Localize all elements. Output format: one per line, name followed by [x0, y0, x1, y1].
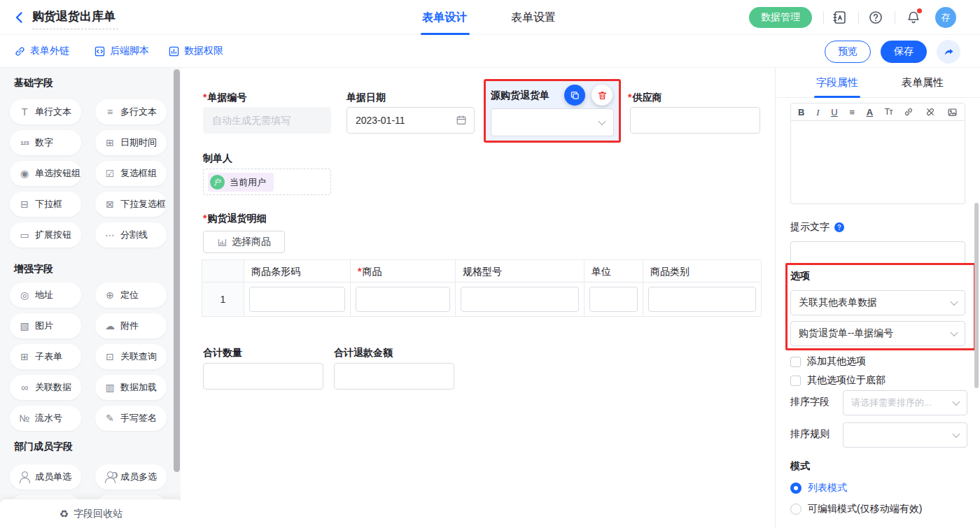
address-book-icon[interactable]: [832, 9, 848, 26]
copy-icon: [570, 90, 580, 101]
item-label: 子表单: [35, 350, 62, 363]
sidebar-item-multi-line-text[interactable]: ≡多行文本: [95, 99, 167, 124]
underline-button[interactable]: U: [831, 108, 837, 117]
sidebar-item-subform[interactable]: ⊞子表单: [10, 344, 81, 369]
sidebar-item-divider-line[interactable]: ⋯分割线: [95, 222, 167, 248]
add-other-option-checkbox[interactable]: [790, 357, 801, 367]
tab-field-properties[interactable]: 字段属性: [816, 68, 858, 98]
sidebar-item-number[interactable]: 123数字: [10, 130, 81, 155]
sidebar-item-checkbox-group[interactable]: ☑复选框组: [95, 161, 167, 186]
sidebar-item-extend-button[interactable]: ▭扩展按钮: [10, 222, 81, 248]
sidebar-item-related-query[interactable]: ⊡关联查询: [95, 344, 167, 369]
sort-field-label: 排序字段: [790, 396, 830, 408]
item-label: 地址: [35, 289, 53, 301]
source-order-select[interactable]: [491, 108, 614, 136]
italic-button[interactable]: I: [816, 108, 819, 117]
supplier-input[interactable]: [630, 107, 760, 134]
select-goods-label: 选择商品: [232, 236, 271, 248]
goods-input[interactable]: [356, 287, 450, 312]
richtext-editor[interactable]: [790, 121, 965, 204]
sidebar-item-serial-number[interactable]: №流水号: [10, 406, 81, 431]
sort-field-select[interactable]: 请选择需要排序的...: [843, 390, 967, 415]
form-title[interactable]: 购货退货出库单: [32, 8, 118, 29]
copy-field-button[interactable]: [564, 85, 585, 106]
font-size-button[interactable]: Tт: [885, 108, 892, 116]
unit-input[interactable]: [589, 287, 638, 312]
sidebar-item-signature[interactable]: ✎手写签名: [95, 406, 167, 431]
sidebar-item-multi-select[interactable]: ⊠下拉复选框: [95, 192, 167, 217]
sidebar-item-data-load[interactable]: ▥数据加载: [95, 375, 167, 400]
other-option-bottom-checkbox[interactable]: [790, 376, 801, 386]
user-avatar[interactable]: 存: [935, 7, 956, 28]
sidebar-scrollbar[interactable]: [174, 69, 180, 472]
preview-button[interactable]: 预览: [825, 41, 871, 63]
number-icon: 123: [18, 140, 31, 146]
bold-button[interactable]: B: [798, 108, 804, 117]
barcode-cell: [244, 283, 351, 316]
creator-field[interactable]: 户 当前用户: [203, 169, 331, 195]
tab-form-design[interactable]: 表单设计: [422, 0, 467, 35]
tab-form-settings[interactable]: 表单设置: [511, 0, 556, 35]
selected-field-source-order[interactable]: 源购货退货单: [484, 79, 621, 143]
spec-input[interactable]: [461, 287, 579, 312]
total-qty-input[interactable]: [203, 363, 323, 390]
backend-script-button[interactable]: 后端脚本: [94, 35, 149, 67]
column-label: 单位: [592, 266, 611, 277]
item-label: 扩展按钮: [35, 229, 71, 241]
hint-text-label: 提示文字: [790, 221, 845, 234]
option-source-select[interactable]: 关联其他表单数据: [790, 290, 965, 315]
required-mark: *: [203, 213, 206, 224]
mode-editable-option[interactable]: 可编辑模式(仅移动端有效): [790, 503, 922, 515]
sort-rule-select[interactable]: [843, 422, 967, 448]
sidebar-item-image[interactable]: ▧图片: [10, 313, 81, 338]
hint-text-input[interactable]: [790, 241, 965, 265]
chevron-down-icon: [952, 398, 960, 406]
back-button[interactable]: [13, 10, 27, 24]
radio-unselected-icon[interactable]: [790, 504, 802, 515]
option-field-value: 购货退货单--单据编号: [799, 327, 893, 340]
doc-no-input[interactable]: [203, 107, 331, 134]
radio-label: 可编辑模式(仅移动端有效): [808, 503, 922, 515]
sidebar-item-address[interactable]: ◎地址: [10, 283, 81, 308]
panel-scrollbar[interactable]: [974, 203, 979, 388]
sidebar-item-radio-group[interactable]: ◉单选按钮组: [10, 161, 81, 186]
form-external-link-button[interactable]: 表单外链: [14, 35, 69, 67]
share-button[interactable]: [937, 40, 960, 64]
add-other-option-row[interactable]: 添加其他选项: [790, 355, 866, 368]
radio-selected-icon[interactable]: [790, 483, 802, 494]
help-icon[interactable]: [868, 9, 885, 26]
sidebar-item-attachment[interactable]: ☁附件: [95, 313, 167, 338]
delete-field-button[interactable]: [592, 85, 612, 106]
form-toolbar: 表单外链 后端脚本 数据权限 预览 保存: [0, 35, 980, 68]
data-manage-button[interactable]: 数据管理: [749, 7, 812, 28]
sidebar-item-datetime[interactable]: ⊞日期时间: [95, 130, 167, 155]
other-option-bottom-row[interactable]: 其他选项位于底部: [790, 374, 886, 387]
member-single-icon: [18, 471, 31, 483]
doc-date-input[interactable]: 2023-01-11: [346, 107, 475, 134]
data-permission-button[interactable]: 数据权限: [168, 35, 223, 67]
category-input[interactable]: [648, 287, 756, 312]
sidebar-item-single-line-text[interactable]: T单行文本: [10, 99, 81, 124]
field-recycle-bin[interactable]: ♻ 字段回收站: [0, 499, 182, 528]
sidebar-item-select[interactable]: ⊟下拉框: [10, 192, 81, 217]
mode-list-option[interactable]: 列表模式: [790, 482, 847, 494]
option-field-select[interactable]: 购货退货单--单据编号: [790, 321, 965, 346]
sidebar-item-related-data[interactable]: ∞关联数据: [10, 375, 81, 400]
barcode-input[interactable]: [249, 287, 345, 312]
align-button[interactable]: ≡: [849, 108, 855, 117]
remove-link-button[interactable]: [925, 107, 935, 117]
sidebar-item-member-multi[interactable]: 成员多选: [95, 464, 167, 490]
font-color-button[interactable]: A: [867, 108, 873, 117]
sidebar-item-location[interactable]: ⊕定位: [95, 283, 167, 308]
notifications-icon[interactable]: [906, 9, 923, 26]
total-refund-input[interactable]: [334, 363, 454, 390]
form-designer-app: 购货退货出库单 表单设计 表单设置 数据管理 存 表单外链 后端脚本: [0, 0, 980, 528]
button-icon: ▭: [18, 229, 31, 241]
select-goods-button[interactable]: 选择商品: [203, 231, 285, 253]
tab-form-properties[interactable]: 表单属性: [902, 68, 944, 98]
save-button[interactable]: 保存: [881, 41, 927, 63]
insert-image-button[interactable]: [947, 107, 958, 117]
toolbar-link-label: 后端脚本: [110, 45, 149, 57]
insert-link-button[interactable]: [904, 107, 913, 117]
sidebar-item-member-single[interactable]: 成员单选: [10, 464, 81, 490]
